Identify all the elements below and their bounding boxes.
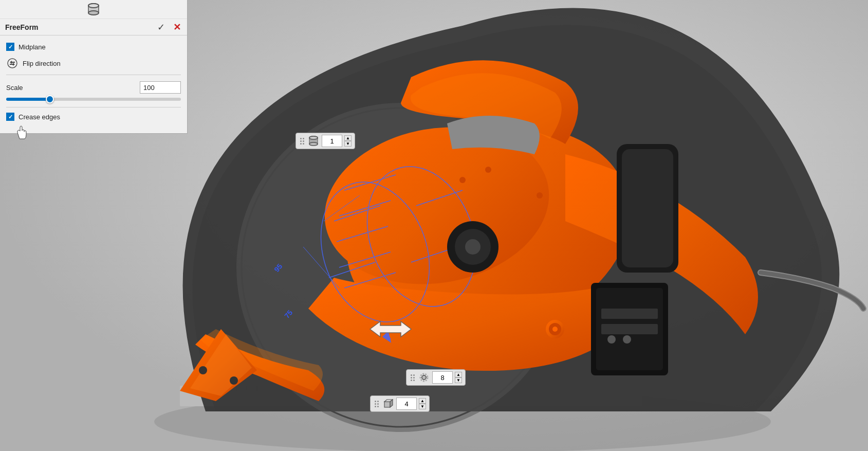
- svg-point-64: [88, 11, 99, 15]
- toolbar-bottom: ▲ ▼: [406, 369, 466, 386]
- svg-point-50: [485, 167, 491, 173]
- slider-container: [6, 96, 181, 105]
- slider-thumb[interactable]: [46, 95, 54, 103]
- toolbar-bottom2: ▲ ▼: [370, 395, 430, 412]
- spinner-down-3[interactable]: ▼: [419, 404, 426, 409]
- scale-input[interactable]: [140, 81, 181, 94]
- spinner-down-1[interactable]: ▼: [344, 141, 352, 147]
- flip-direction-row[interactable]: Flip direction: [6, 54, 181, 73]
- svg-rect-42: [601, 309, 658, 319]
- toolbar-value-3[interactable]: [396, 398, 417, 410]
- divider-2: [6, 107, 181, 107]
- svg-rect-43: [601, 324, 658, 334]
- svg-point-55: [309, 136, 318, 139]
- svg-point-48: [552, 327, 558, 332]
- svg-rect-16: [622, 149, 673, 267]
- drag-handle-3[interactable]: [374, 401, 380, 407]
- crease-edges-label: Crease edges: [19, 113, 60, 121]
- svg-rect-59: [384, 402, 390, 407]
- spinner-down-2[interactable]: ▼: [455, 377, 462, 383]
- toolbar-value-1[interactable]: [322, 135, 342, 147]
- cylinder-icon: [307, 135, 320, 147]
- panel-controls: ✓ ✕: [155, 22, 183, 33]
- midplane-checkbox[interactable]: [6, 43, 14, 51]
- toolbar-top: ▲ ▼: [296, 133, 355, 149]
- svg-point-44: [607, 335, 616, 344]
- spinner-up-1[interactable]: ▲: [344, 135, 352, 141]
- spinner-up-3[interactable]: ▲: [419, 398, 426, 404]
- svg-point-45: [623, 335, 631, 344]
- svg-point-39: [230, 376, 238, 385]
- toolbar-spinner-1[interactable]: ▲ ▼: [344, 135, 352, 147]
- spinner-up-2[interactable]: ▲: [455, 372, 462, 377]
- toolbar-spinner-2[interactable]: ▲ ▼: [455, 372, 462, 383]
- midplane-label: Midplane: [19, 43, 46, 51]
- drag-handle[interactable]: [299, 138, 305, 145]
- midplane-row: Midplane: [6, 40, 181, 54]
- svg-point-65: [88, 4, 99, 8]
- toolbar-value-2[interactable]: [432, 371, 453, 384]
- cube-icon: [382, 398, 394, 410]
- svg-point-51: [537, 192, 543, 199]
- flip-direction-label: Flip direction: [23, 60, 61, 67]
- panel-title: FreeForm: [5, 23, 39, 31]
- panel-content: Midplane Flip direction Scale: [0, 35, 187, 128]
- drag-handle-2[interactable]: [410, 374, 416, 381]
- scale-label: Scale: [6, 84, 23, 92]
- divider-1: [6, 75, 181, 75]
- crease-edges-checkbox[interactable]: [6, 113, 14, 121]
- freeform-panel: FreeForm ✓ ✕ Midplane Flip direction: [0, 0, 188, 134]
- panel-titlebar: FreeForm ✓ ✕: [0, 19, 187, 35]
- confirm-button[interactable]: ✓: [155, 22, 167, 33]
- freeform-header-icon: [86, 2, 101, 16]
- svg-point-54: [309, 142, 318, 146]
- svg-point-49: [459, 177, 466, 183]
- panel-icon-row: [0, 0, 187, 19]
- toolbar-spinner-3[interactable]: ▲ ▼: [419, 398, 426, 409]
- crease-edges-row: Crease edges: [6, 110, 181, 124]
- scale-row: Scale: [6, 77, 181, 96]
- svg-point-38: [199, 366, 207, 374]
- gear-icon: [418, 371, 430, 384]
- flip-direction-icon: [6, 57, 19, 69]
- svg-point-58: [422, 375, 426, 380]
- slider-track: [6, 98, 181, 101]
- svg-point-37: [465, 239, 481, 255]
- close-button[interactable]: ✕: [171, 22, 183, 33]
- svg-point-66: [8, 59, 17, 68]
